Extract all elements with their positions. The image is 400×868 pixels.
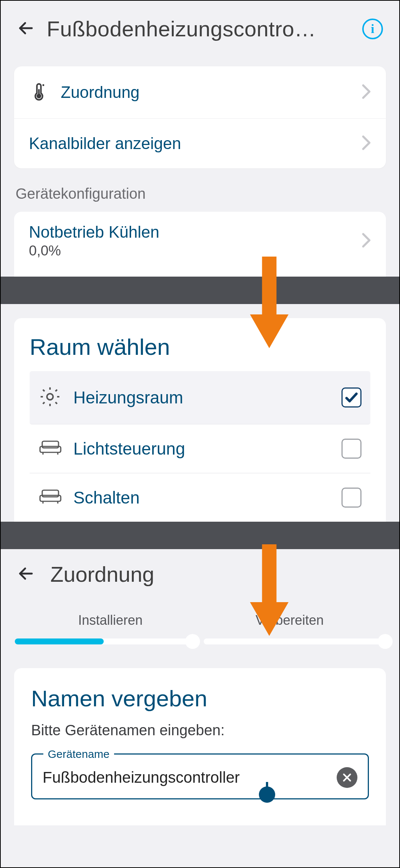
text-cursor-handle-icon[interactable] [259, 786, 275, 803]
sofa-icon [39, 439, 64, 458]
room-item-heizungsraum[interactable]: Heizungsraum [30, 371, 370, 425]
chevron-right-icon [361, 232, 371, 250]
card-room-select: Raum wählen Heizungsraum Lichtsteuerung … [14, 318, 386, 522]
section-label-config: Gerätekonfiguration [1, 168, 399, 207]
panel-zuordnung-wizard: Zuordnung Installieren Vorbereiten Namen… [1, 549, 399, 825]
room-select-heading: Raum wählen [30, 334, 370, 360]
checkbox-unchecked[interactable] [341, 439, 361, 459]
room-item-lichtsteuerung[interactable]: Lichtsteuerung [30, 425, 370, 473]
row-kanalbilder[interactable]: Kanalbilder anzeigen [14, 119, 386, 168]
progress-fill [15, 638, 104, 644]
step-label-install: Installieren [21, 613, 200, 628]
back-arrow-icon[interactable] [17, 19, 35, 39]
room-item-schalten[interactable]: Schalten [30, 473, 370, 522]
clear-input-icon[interactable] [337, 767, 357, 788]
checkbox-unchecked[interactable] [341, 488, 361, 508]
row-notbetrieb[interactable]: Notbetrieb Kühlen 0,0% [14, 212, 386, 277]
panel-device-settings: Fußbodenheizungscontro… i Zuordnung Kana… [1, 1, 399, 277]
name-assign-prompt: Bitte Gerätenamen eingeben: [31, 722, 369, 739]
field-legend: Gerätename [43, 748, 114, 760]
step-dot [185, 634, 200, 649]
back-arrow-icon[interactable] [17, 565, 35, 584]
row-kanalbilder-label: Kanalbilder anzeigen [29, 134, 361, 153]
guide-arrow-icon [245, 257, 293, 353]
room-label: Schalten [73, 488, 341, 508]
guide-arrow-icon [245, 544, 293, 641]
page-title: Fußbodenheizungscontro… [47, 16, 350, 41]
device-name-field[interactable]: Gerätename [31, 753, 369, 799]
progress-track [204, 638, 385, 644]
row-zuordnung[interactable]: Zuordnung [14, 66, 386, 119]
card-name-assign: Namen vergeben Bitte Gerätenamen eingebe… [14, 668, 386, 825]
info-icon[interactable]: i [362, 19, 383, 39]
header: Fußbodenheizungscontro… i [1, 1, 399, 53]
room-label: Lichtsteuerung [73, 439, 341, 459]
separator-bar [1, 277, 399, 304]
progress-stepper: Installieren Vorbereiten [1, 601, 399, 662]
row-zuordnung-label: Zuordnung [61, 83, 361, 102]
gear-icon [39, 385, 64, 410]
chevron-right-icon [361, 135, 371, 152]
device-name-input[interactable] [43, 769, 337, 786]
checkbox-checked[interactable] [341, 387, 361, 407]
card-zuordnung-group: Zuordnung Kanalbilder anzeigen [14, 66, 386, 168]
panel-room-select: Raum wählen Heizungsraum Lichtsteuerung … [1, 304, 399, 522]
notbetrieb-title: Notbetrieb Kühlen [29, 223, 361, 241]
room-label: Heizungsraum [73, 387, 341, 407]
thermometer-icon [29, 82, 50, 103]
page-title: Zuordnung [50, 562, 154, 587]
sofa-icon [39, 488, 64, 507]
separator-bar [1, 522, 399, 549]
step-dot [378, 634, 393, 649]
chevron-right-icon [361, 84, 371, 101]
header: Zuordnung [1, 562, 399, 601]
name-assign-heading: Namen vergeben [31, 685, 369, 712]
notbetrieb-value: 0,0% [29, 243, 361, 259]
svg-point-5 [47, 394, 53, 400]
